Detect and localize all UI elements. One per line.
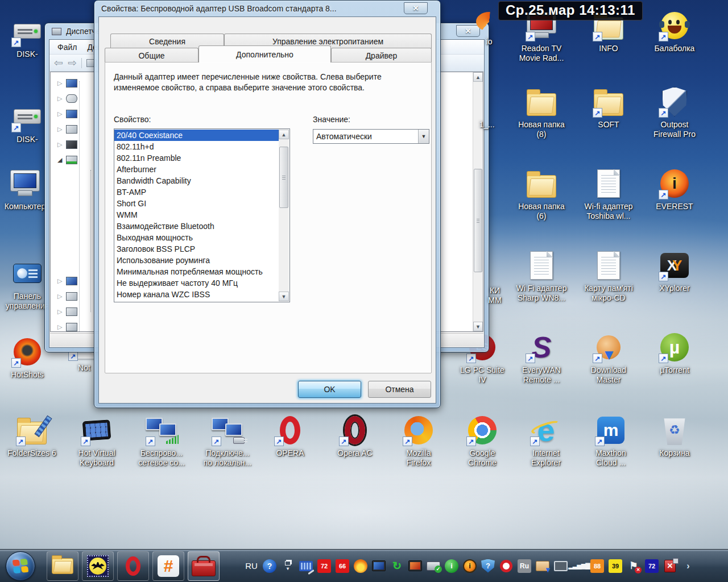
back-icon[interactable]: ⇦	[54, 56, 63, 69]
list-item[interactable]: Использование роуминга	[114, 255, 279, 266]
ok-button[interactable]: OK	[298, 381, 361, 398]
desktop-icon-wireless-network[interactable]: Беспрово... сетевое со...	[134, 414, 189, 468]
remove-hardware-icon[interactable]	[664, 560, 676, 572]
desktop-icon-1-partial[interactable]: 1_...	[464, 118, 510, 130]
opera-tray-icon[interactable]	[500, 560, 512, 572]
tab-advanced[interactable]: Дополнительно	[198, 45, 331, 63]
load-badge[interactable]: 88	[590, 559, 604, 573]
expander-icon[interactable]: ▷	[57, 323, 62, 331]
info-green-icon[interactable]	[445, 559, 458, 573]
desktop-icon-utorrent[interactable]: µ µTorrent	[647, 331, 702, 375]
punto-lang-badge[interactable]: Ru	[518, 559, 531, 573]
desktop-icon-balabolka[interactable]: Балаболка	[647, 9, 702, 53]
desktop-icon-outpost[interactable]: Outpost Firewall Pro	[647, 85, 702, 139]
tree-item[interactable]: ▷	[57, 275, 77, 287]
desktop-icon-ki-partial[interactable]: КИ MM	[472, 284, 518, 305]
tab-driver[interactable]: Драйвер	[331, 48, 432, 63]
scrollbar-thumb[interactable]	[279, 147, 288, 208]
property-listbox[interactable]: 20/40 Coexistance 802.11h+d 802.11n Prea…	[114, 128, 290, 302]
tab-general[interactable]: Общие	[105, 48, 198, 63]
signal-bars-icon[interactable]: ▂▃▅▆▇	[572, 559, 586, 573]
everest-tray-icon[interactable]	[463, 559, 477, 573]
expander-open-icon[interactable]: ◢	[57, 156, 62, 164]
combobox-dropdown-button[interactable]: ▼	[418, 130, 429, 143]
desktop-icon-chrome[interactable]: Google Chrome	[455, 414, 510, 468]
menu-file[interactable]: Файл	[57, 43, 77, 52]
desktop-icon-recycle-bin[interactable]: Корзина	[647, 414, 702, 458]
list-item[interactable]: Bandwidth Capability	[114, 175, 279, 186]
start-button[interactable]	[6, 551, 35, 581]
desktop-icon-internet-explorer[interactable]: e Internet Explorer	[519, 414, 573, 468]
expander-icon[interactable]: ▷	[57, 110, 62, 118]
flame-tray-icon[interactable]	[354, 559, 367, 573]
desktop-icon-maxthon[interactable]: m Maxthon Cloud ...	[584, 414, 638, 468]
list-item[interactable]: Afterburner	[114, 164, 279, 175]
list-item[interactable]: 802.11h+d	[114, 141, 279, 152]
dialog-titlebar[interactable]: Свойства: Беспроводной адаптер USB Broad…	[94, 1, 440, 16]
list-item[interactable]: Short GI	[114, 198, 279, 209]
desktop-icon-wifi-toshiba[interactable]: Wi-fi адаптер Toshiba wl...	[581, 167, 636, 221]
laptop-tray-icon[interactable]	[554, 561, 568, 571]
sync-tray-icon[interactable]	[390, 559, 404, 573]
scroll-up-icon[interactable]: ▲	[473, 72, 483, 82]
desktop-icon-hot-virtual-keyboard[interactable]: Hot Virtual Keyboard	[69, 414, 124, 468]
list-item[interactable]: Номер канала WZC IBSS	[114, 289, 279, 300]
tree-item[interactable]: ▷	[57, 138, 77, 151]
desktop-icon-io-partial[interactable]: io	[466, 8, 512, 47]
expander-icon[interactable]: ▷	[57, 141, 62, 148]
desktop-icon-lan-connection[interactable]: Подключе... по локальн...	[200, 414, 255, 468]
desktop-icon-wifi-sharp[interactable]: Wi Fi адаптер Sharp WN8...	[514, 249, 569, 303]
tree-item[interactable]: ▷	[57, 305, 77, 318]
list-item[interactable]: BT-AMP	[114, 186, 279, 198]
tree-item[interactable]: ▷	[57, 107, 77, 120]
expander-icon[interactable]: ▷	[57, 293, 62, 300]
desktop-icon-firefox[interactable]: Mozilla Firefox	[391, 414, 446, 468]
tray-overflow-chevron-icon[interactable]	[681, 559, 695, 573]
temperature-badge-3[interactable]: 39	[609, 559, 622, 573]
expander-icon[interactable]: ▷	[57, 308, 62, 315]
desktop-icon-everywan[interactable]: S EveryWAN Remote ...	[514, 331, 569, 385]
desktop-icon-xyplorer[interactable]: XY XYplorer	[647, 249, 702, 293]
temperature-badge-4[interactable]: 72	[645, 559, 659, 573]
taskbar-opera-button[interactable]	[117, 551, 149, 581]
forward-icon[interactable]: ⇨	[68, 56, 77, 69]
desktop-icon-everest[interactable]: i EVEREST	[647, 167, 702, 211]
list-item[interactable]: Взаимодействие Bluetooth	[114, 221, 279, 232]
dialog-close-button[interactable]	[404, 2, 428, 14]
help-tray-icon[interactable]	[263, 559, 276, 573]
desktop-icon-opera-ac[interactable]: Opera AC	[328, 414, 382, 458]
expander-icon[interactable]: ▷	[57, 80, 62, 87]
listbox-scrollbar[interactable]: ▲ ▼	[279, 130, 289, 301]
tree-item[interactable]: ▷	[57, 92, 77, 105]
scroll-down-icon[interactable]: ▼	[473, 322, 483, 331]
list-item[interactable]: 802.11n Preamble	[114, 152, 279, 164]
tree-item[interactable]: ▷	[57, 321, 77, 332]
clock-gadget[interactable]: Ср.25.мар 14:13:11	[498, 1, 643, 20]
desktop-icon-folder8[interactable]: Новая папка (8)	[514, 85, 569, 139]
desktop-icon-folder6[interactable]: Новая папка (6)	[514, 167, 569, 221]
expander-icon[interactable]: ▷	[57, 277, 62, 285]
language-indicator[interactable]: RU	[245, 559, 258, 573]
scrollbar-thumb[interactable]	[474, 169, 482, 272]
list-item-selected[interactable]: 20/40 Coexistance	[114, 130, 279, 141]
tree-item[interactable]: ▷	[57, 123, 77, 135]
desktop-icon-foldersizes[interactable]: FolderSizes 6	[5, 414, 59, 458]
scroll-up-icon[interactable]: ▲	[279, 130, 289, 139]
list-item[interactable]: Не выдерживает частоту 40 МГц	[114, 277, 279, 289]
list-item[interactable]: Выходная мощность	[114, 232, 279, 243]
remote-monitor-icon[interactable]	[372, 560, 386, 571]
taskbar-thebat-button[interactable]	[82, 551, 114, 581]
usb-ok-icon[interactable]	[427, 562, 440, 571]
keyboard-tray-icon[interactable]	[299, 561, 313, 571]
expander-icon[interactable]: ▷	[57, 95, 62, 102]
taskbar-explorer-button[interactable]	[47, 551, 78, 581]
shield-question-icon[interactable]	[481, 559, 495, 573]
scroll-down-icon[interactable]: ▼	[279, 292, 289, 301]
mail-print-icon[interactable]	[536, 561, 549, 571]
desktop-icon-card-micro[interactable]: Карту пам'яті мікро-CD	[581, 249, 636, 303]
tree-item[interactable]: ▷	[57, 77, 77, 89]
tree-item[interactable]: ▷	[57, 290, 77, 302]
list-item[interactable]: Заголовок BSS PLCP	[114, 243, 279, 255]
desktop-icon-download-master[interactable]: ▼ Download Master	[581, 331, 636, 385]
monitor-alert-icon[interactable]	[408, 560, 422, 571]
